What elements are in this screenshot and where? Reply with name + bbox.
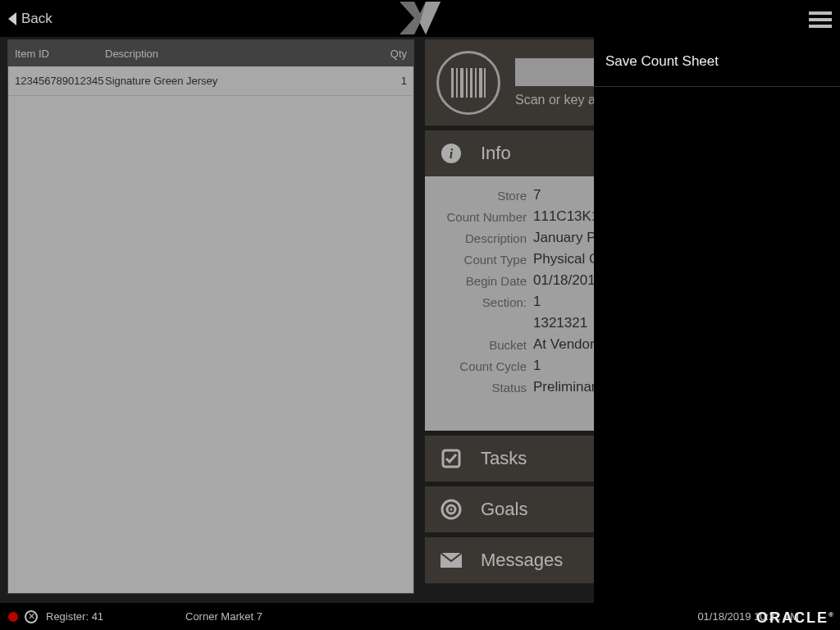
cell-item-id: 123456789012345 (15, 75, 105, 87)
status-dot-icon (8, 612, 18, 622)
info-status: Preliminary (533, 379, 603, 395)
messages-icon (440, 549, 463, 572)
menu-save-label: Save Count Sheet (605, 53, 719, 69)
svg-rect-9 (484, 68, 486, 98)
status-bar: ✕ Register: 41 Corner Market 7 01/18/201… (0, 603, 840, 630)
col-description: Description (105, 48, 366, 60)
svg-rect-3 (456, 68, 458, 98)
back-label: Back (21, 11, 52, 27)
info-desc-label: Description (436, 231, 527, 245)
top-bar: Back (0, 0, 840, 37)
svg-rect-6 (470, 68, 472, 98)
section-info-label: Info (481, 143, 511, 164)
section-goals-label: Goals (481, 499, 527, 520)
back-chevron-icon (8, 12, 16, 25)
info-section-label: Section: (436, 295, 527, 309)
info-status-label: Status (436, 381, 527, 395)
side-menu: Save Count Sheet (594, 37, 840, 603)
menu-button[interactable] (809, 8, 832, 31)
info-begin: 01/18/2019 (533, 272, 603, 289)
info-countnum-label: Count Number (436, 210, 527, 224)
col-item-id: Item ID (15, 48, 105, 60)
info-type-label: Count Type (436, 253, 527, 267)
svg-rect-4 (460, 68, 463, 98)
info-cycle: 1 (533, 358, 541, 374)
info-icon: i (440, 142, 463, 165)
info-store-label: Store (436, 189, 527, 203)
tasks-icon (440, 447, 463, 470)
info-section2: 1321321 (533, 315, 587, 331)
info-bucket: At Vendor (533, 336, 595, 353)
table-header: Item ID Description Qty (8, 40, 413, 66)
goals-icon (440, 498, 463, 521)
info-begin-label: Begin Date (436, 274, 527, 288)
oracle-brand: ORACLE® (756, 609, 833, 627)
table-row[interactable]: 123456789012345 Signature Green Jersey 1 (8, 66, 413, 96)
col-qty: Qty (366, 48, 407, 60)
info-section: 1 (533, 294, 541, 310)
cell-description: Signature Green Jersey (105, 75, 366, 87)
svg-text:i: i (450, 147, 454, 161)
back-button[interactable]: Back (0, 11, 52, 27)
menu-save-count-sheet[interactable]: Save Count Sheet (594, 37, 840, 87)
barcode-icon (436, 51, 500, 115)
register-label: Register: 41 (46, 610, 185, 623)
section-tasks-label: Tasks (481, 448, 527, 469)
svg-point-15 (450, 509, 453, 511)
app-logo-icon (399, 2, 441, 38)
store-label: Corner Market 7 (185, 610, 627, 623)
svg-rect-5 (466, 68, 468, 98)
section-messages-label: Messages (481, 550, 563, 571)
svg-rect-2 (451, 68, 454, 98)
info-cycle-label: Count Cycle (436, 359, 527, 373)
offline-icon: ✕ (25, 610, 38, 623)
cell-qty: 1 (366, 75, 407, 87)
info-bucket-label: Bucket (436, 338, 527, 352)
svg-marker-1 (420, 2, 441, 34)
svg-rect-8 (479, 68, 482, 98)
svg-rect-7 (475, 68, 477, 98)
items-table: Item ID Description Qty 123456789012345 … (7, 39, 414, 594)
info-store: 7 (533, 187, 541, 203)
